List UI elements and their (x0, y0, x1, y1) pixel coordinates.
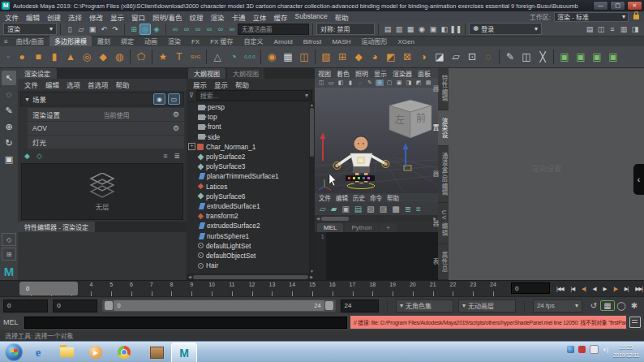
create-override-icon[interactable]: ◇ (36, 152, 42, 160)
shelf-tab-动画[interactable]: 动画 (140, 36, 162, 46)
clear-all-icon[interactable]: ▩ (392, 205, 399, 213)
render-setup-row[interactable]: 渲染设置当前使用⚙ (28, 108, 184, 121)
shelf-tab-FX[interactable]: FX (187, 37, 204, 46)
poly-plane-icon[interactable]: ◆ (95, 49, 111, 65)
hypershade-icon[interactable]: ▣ (427, 24, 439, 35)
shelf-tab-XGen[interactable]: XGen (393, 37, 419, 46)
viewport-toolbar-icon[interactable]: ▢ (385, 80, 393, 86)
render-setup-tab[interactable]: 渲染设定 (18, 68, 57, 79)
shelf-tab-MASH[interactable]: MASH (327, 37, 355, 46)
poly-sphere-icon[interactable]: ● (14, 49, 30, 65)
scale-tool[interactable]: ▣ (2, 152, 16, 166)
playback-end-field[interactable]: 24 (341, 300, 379, 312)
combine-icon[interactable]: ◉ (264, 49, 280, 65)
render-sequence-icon[interactable]: ▦ (405, 24, 416, 35)
toggle-tool-settings-icon[interactable]: ▥ (618, 24, 629, 35)
render-settings-icon[interactable]: ◉ (416, 24, 427, 35)
sign-in-dropdown[interactable]: ⚉登录▾ (469, 23, 542, 35)
symmetry-dropdown[interactable]: 对称: 禁用 (316, 23, 375, 35)
sweep-mesh-icon[interactable]: ★ (155, 49, 171, 65)
outliner-item-top[interactable]: top (187, 112, 315, 122)
range-handle-right[interactable] (325, 301, 333, 310)
construction-history-icon[interactable]: ∞ (192, 24, 204, 35)
viewport-toolbar-icon[interactable]: ⊞ (376, 80, 384, 86)
viewport-toolbar-icon[interactable]: ◌ (356, 80, 364, 86)
load-script-icon[interactable]: ▰ (331, 205, 337, 213)
toggle-hik-icon[interactable]: ◫ (595, 24, 607, 35)
outliner-item-Char_Norman_1[interactable]: +Char_Norman_1 (187, 142, 315, 152)
redo-icon[interactable]: ↷ (109, 24, 121, 35)
fill-hole-icon[interactable]: ▧ (318, 49, 334, 65)
outliner-horizontal-scrollbar[interactable]: ◀▶ (187, 274, 315, 280)
cached-playback-icon[interactable]: ▦ (600, 300, 615, 311)
search-input[interactable]: 搜索...▾ (196, 90, 312, 101)
menubar-item[interactable]: 创建 (47, 12, 61, 22)
fps-dropdown[interactable]: 24 fps▾ (533, 300, 582, 312)
menubar-item[interactable]: 显示 (110, 12, 124, 22)
render-setup-menu-item[interactable]: 帮助 (116, 80, 130, 89)
playback-start-field[interactable]: 0 (53, 300, 97, 312)
maya-taskbar-button[interactable]: M (171, 343, 197, 362)
toggle-attribute-editor-icon[interactable]: ≡ (607, 24, 618, 35)
outliner-menu-item[interactable]: 显示 (214, 80, 228, 89)
outliner-item-Latices[interactable]: Latices (187, 182, 315, 192)
current-time-field[interactable]: 0 (511, 282, 550, 294)
sidebar-tab-UV 编辑器[interactable]: UV 编辑器 (438, 203, 449, 244)
viewport-toolbar-icon[interactable]: ◩ (414, 80, 423, 86)
outliner-item-planarTrimmedSurface1[interactable]: planarTrimmedSurface1 (187, 171, 315, 181)
viewport-toolbar-icon[interactable]: ◧ (337, 80, 345, 86)
duplicate-face-icon[interactable]: ▱ (448, 49, 464, 65)
minimize-button[interactable]: — (593, 1, 608, 11)
close-button[interactable]: ✕ (627, 1, 642, 11)
render-setup-menu-item[interactable]: 选项 (67, 80, 80, 89)
menubar-item[interactable]: 帮助 (335, 12, 349, 22)
sidebar-tab-特性编辑器[interactable]: 特性编辑器 (438, 68, 449, 110)
viewport-toolbar-icon[interactable]: ▣ (395, 80, 403, 86)
wedge-icon[interactable]: ◑ (415, 49, 431, 65)
layout-four-pane-button[interactable]: ⊞ (2, 248, 16, 261)
scene-header[interactable]: ▼ 场景 ◉ ▭ (20, 92, 184, 106)
platonic-solid-icon[interactable]: ⬠ (133, 49, 149, 65)
outliner-item-side[interactable]: side (187, 132, 315, 142)
menubar-item[interactable]: 缓存 (274, 12, 288, 22)
scroll-down-icon[interactable]: ▼ (310, 269, 314, 274)
sculpt-icon[interactable]: ▣ (589, 49, 605, 65)
script-tab-MEL[interactable]: MEL (317, 223, 343, 232)
bevel-icon[interactable]: ◩ (383, 49, 399, 65)
poke-icon[interactable]: ⊠ (399, 49, 415, 65)
poly-cone-icon[interactable]: ▲ (62, 49, 79, 65)
sidebar-tab-通道盒/层编辑器[interactable]: 通道盒/层编辑器 (438, 146, 449, 203)
script-tab-Python[interactable]: Python (345, 223, 378, 232)
script-editor-menu-item[interactable]: 历史 (353, 193, 365, 202)
lasso-select-tool[interactable]: ◌ (2, 87, 16, 101)
shelf-tab-Bifrost[interactable]: Bifrost (298, 37, 327, 46)
outliner-tab[interactable]: 大纲视图 (227, 68, 264, 79)
scroll-up-icon[interactable]: ▲ (310, 102, 314, 107)
expand-all-icon[interactable]: ≡ (163, 152, 167, 160)
filter-icon[interactable]: ⊽ (189, 92, 194, 99)
script-tab-+[interactable]: + (380, 223, 397, 232)
extract-icon[interactable]: ◆ (350, 49, 367, 65)
render-setup-menu-item[interactable]: 文件 (24, 80, 38, 89)
render-setup-menu-item[interactable]: 编辑 (45, 80, 59, 89)
svg-icon[interactable]: SVG (187, 49, 204, 65)
viewport-menu-item[interactable]: 渲染器 (393, 69, 412, 78)
viewport-toolbar-icon[interactable]: ◨ (405, 80, 413, 86)
playback-loop-icon[interactable]: ↺ (587, 301, 600, 310)
shelf-tab-运动图形[interactable]: 运动图形 (357, 36, 393, 46)
outliner-item-transform2[interactable]: transform2 (187, 211, 315, 221)
origin-icon[interactable]: 0,0,0 (242, 49, 258, 65)
shelf-tab-Arnold[interactable]: Arnold (269, 37, 298, 46)
tray-window-icon[interactable] (590, 345, 599, 354)
construction-plane-icon[interactable]: △ (209, 49, 225, 65)
outliner-item-polySurface6[interactable]: polySurface6 (187, 192, 315, 201)
mirror-icon[interactable]: ◫ (296, 49, 312, 65)
collapse-all-icon[interactable]: ≣ (174, 152, 180, 160)
snap-to-points-icon[interactable]: ◈ (151, 24, 162, 35)
gear-icon[interactable]: ⚙ (173, 124, 179, 132)
render-setup-row[interactable]: AOV⚙ (28, 122, 184, 135)
tray-app-icon[interactable] (567, 346, 574, 353)
connection-a-icon[interactable]: ∞ (204, 24, 215, 35)
menubar-item[interactable]: 渲染 (211, 12, 225, 22)
append-polygon-icon[interactable]: ✎ (502, 49, 518, 65)
